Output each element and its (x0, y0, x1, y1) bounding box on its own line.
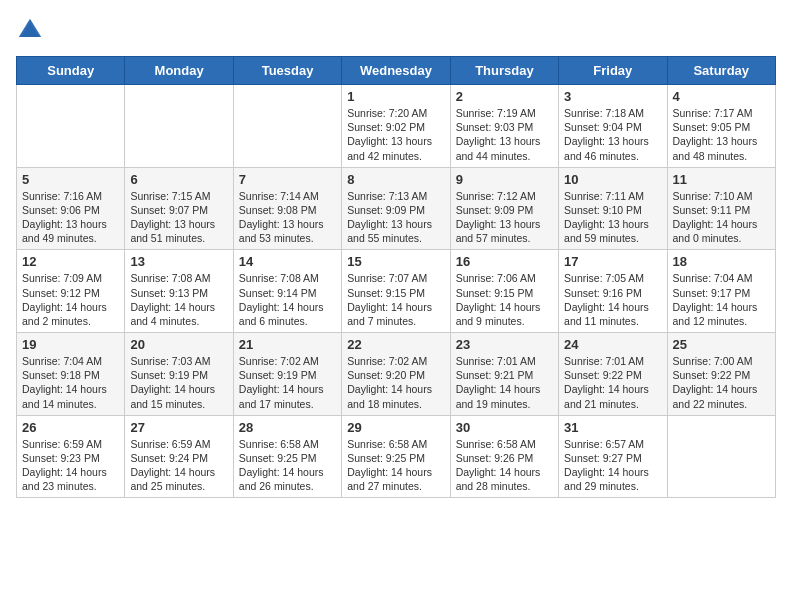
weekday-saturday: Saturday (667, 57, 775, 85)
calendar-cell: 7Sunrise: 7:14 AM Sunset: 9:08 PM Daylig… (233, 167, 341, 250)
day-info: Sunrise: 6:57 AM Sunset: 9:27 PM Dayligh… (564, 438, 649, 493)
calendar-cell: 6Sunrise: 7:15 AM Sunset: 9:07 PM Daylig… (125, 167, 233, 250)
day-number: 18 (673, 254, 770, 269)
day-number: 22 (347, 337, 444, 352)
day-info: Sunrise: 7:06 AM Sunset: 9:15 PM Dayligh… (456, 272, 541, 327)
day-info: Sunrise: 7:11 AM Sunset: 9:10 PM Dayligh… (564, 190, 649, 245)
day-number: 1 (347, 89, 444, 104)
day-number: 14 (239, 254, 336, 269)
calendar-week-3: 12Sunrise: 7:09 AM Sunset: 9:12 PM Dayli… (17, 250, 776, 333)
calendar-cell: 4Sunrise: 7:17 AM Sunset: 9:05 PM Daylig… (667, 85, 775, 168)
day-info: Sunrise: 7:17 AM Sunset: 9:05 PM Dayligh… (673, 107, 758, 162)
day-number: 23 (456, 337, 553, 352)
day-number: 3 (564, 89, 661, 104)
day-info: Sunrise: 7:04 AM Sunset: 9:18 PM Dayligh… (22, 355, 107, 410)
calendar-cell: 18Sunrise: 7:04 AM Sunset: 9:17 PM Dayli… (667, 250, 775, 333)
calendar-cell: 27Sunrise: 6:59 AM Sunset: 9:24 PM Dayli… (125, 415, 233, 498)
weekday-friday: Friday (559, 57, 667, 85)
day-info: Sunrise: 6:58 AM Sunset: 9:26 PM Dayligh… (456, 438, 541, 493)
day-info: Sunrise: 7:07 AM Sunset: 9:15 PM Dayligh… (347, 272, 432, 327)
day-info: Sunrise: 7:02 AM Sunset: 9:19 PM Dayligh… (239, 355, 324, 410)
day-info: Sunrise: 7:09 AM Sunset: 9:12 PM Dayligh… (22, 272, 107, 327)
weekday-monday: Monday (125, 57, 233, 85)
day-info: Sunrise: 7:00 AM Sunset: 9:22 PM Dayligh… (673, 355, 758, 410)
day-number: 21 (239, 337, 336, 352)
calendar-cell: 24Sunrise: 7:01 AM Sunset: 9:22 PM Dayli… (559, 333, 667, 416)
calendar-cell: 19Sunrise: 7:04 AM Sunset: 9:18 PM Dayli… (17, 333, 125, 416)
day-info: Sunrise: 7:02 AM Sunset: 9:20 PM Dayligh… (347, 355, 432, 410)
day-number: 8 (347, 172, 444, 187)
day-info: Sunrise: 7:16 AM Sunset: 9:06 PM Dayligh… (22, 190, 107, 245)
day-number: 29 (347, 420, 444, 435)
calendar-cell (233, 85, 341, 168)
calendar-cell: 20Sunrise: 7:03 AM Sunset: 9:19 PM Dayli… (125, 333, 233, 416)
day-number: 13 (130, 254, 227, 269)
day-number: 11 (673, 172, 770, 187)
calendar-cell: 15Sunrise: 7:07 AM Sunset: 9:15 PM Dayli… (342, 250, 450, 333)
day-number: 4 (673, 89, 770, 104)
day-number: 5 (22, 172, 119, 187)
calendar-cell: 16Sunrise: 7:06 AM Sunset: 9:15 PM Dayli… (450, 250, 558, 333)
day-info: Sunrise: 7:20 AM Sunset: 9:02 PM Dayligh… (347, 107, 432, 162)
day-info: Sunrise: 7:13 AM Sunset: 9:09 PM Dayligh… (347, 190, 432, 245)
day-number: 7 (239, 172, 336, 187)
day-info: Sunrise: 7:15 AM Sunset: 9:07 PM Dayligh… (130, 190, 215, 245)
weekday-sunday: Sunday (17, 57, 125, 85)
day-info: Sunrise: 7:14 AM Sunset: 9:08 PM Dayligh… (239, 190, 324, 245)
calendar-table: SundayMondayTuesdayWednesdayThursdayFrid… (16, 56, 776, 498)
day-info: Sunrise: 7:03 AM Sunset: 9:19 PM Dayligh… (130, 355, 215, 410)
day-number: 20 (130, 337, 227, 352)
day-number: 30 (456, 420, 553, 435)
day-info: Sunrise: 7:19 AM Sunset: 9:03 PM Dayligh… (456, 107, 541, 162)
calendar-cell: 8Sunrise: 7:13 AM Sunset: 9:09 PM Daylig… (342, 167, 450, 250)
day-number: 12 (22, 254, 119, 269)
day-info: Sunrise: 7:04 AM Sunset: 9:17 PM Dayligh… (673, 272, 758, 327)
day-number: 27 (130, 420, 227, 435)
calendar-cell: 23Sunrise: 7:01 AM Sunset: 9:21 PM Dayli… (450, 333, 558, 416)
day-info: Sunrise: 7:05 AM Sunset: 9:16 PM Dayligh… (564, 272, 649, 327)
calendar-cell (17, 85, 125, 168)
calendar-cell (667, 415, 775, 498)
weekday-header-row: SundayMondayTuesdayWednesdayThursdayFrid… (17, 57, 776, 85)
day-number: 25 (673, 337, 770, 352)
day-number: 15 (347, 254, 444, 269)
day-info: Sunrise: 6:58 AM Sunset: 9:25 PM Dayligh… (239, 438, 324, 493)
calendar-cell: 17Sunrise: 7:05 AM Sunset: 9:16 PM Dayli… (559, 250, 667, 333)
calendar-cell: 10Sunrise: 7:11 AM Sunset: 9:10 PM Dayli… (559, 167, 667, 250)
day-number: 31 (564, 420, 661, 435)
calendar-week-5: 26Sunrise: 6:59 AM Sunset: 9:23 PM Dayli… (17, 415, 776, 498)
calendar-cell: 22Sunrise: 7:02 AM Sunset: 9:20 PM Dayli… (342, 333, 450, 416)
calendar-cell: 28Sunrise: 6:58 AM Sunset: 9:25 PM Dayli… (233, 415, 341, 498)
day-info: Sunrise: 6:59 AM Sunset: 9:24 PM Dayligh… (130, 438, 215, 493)
calendar-cell: 3Sunrise: 7:18 AM Sunset: 9:04 PM Daylig… (559, 85, 667, 168)
day-info: Sunrise: 7:10 AM Sunset: 9:11 PM Dayligh… (673, 190, 758, 245)
logo (16, 16, 48, 44)
weekday-thursday: Thursday (450, 57, 558, 85)
calendar-cell: 21Sunrise: 7:02 AM Sunset: 9:19 PM Dayli… (233, 333, 341, 416)
calendar-week-1: 1Sunrise: 7:20 AM Sunset: 9:02 PM Daylig… (17, 85, 776, 168)
day-number: 6 (130, 172, 227, 187)
day-info: Sunrise: 7:08 AM Sunset: 9:13 PM Dayligh… (130, 272, 215, 327)
day-info: Sunrise: 6:58 AM Sunset: 9:25 PM Dayligh… (347, 438, 432, 493)
weekday-tuesday: Tuesday (233, 57, 341, 85)
calendar-week-4: 19Sunrise: 7:04 AM Sunset: 9:18 PM Dayli… (17, 333, 776, 416)
day-number: 16 (456, 254, 553, 269)
calendar-cell: 11Sunrise: 7:10 AM Sunset: 9:11 PM Dayli… (667, 167, 775, 250)
calendar-cell: 1Sunrise: 7:20 AM Sunset: 9:02 PM Daylig… (342, 85, 450, 168)
day-number: 26 (22, 420, 119, 435)
day-info: Sunrise: 7:18 AM Sunset: 9:04 PM Dayligh… (564, 107, 649, 162)
calendar-cell: 30Sunrise: 6:58 AM Sunset: 9:26 PM Dayli… (450, 415, 558, 498)
calendar-cell: 9Sunrise: 7:12 AM Sunset: 9:09 PM Daylig… (450, 167, 558, 250)
calendar-cell: 31Sunrise: 6:57 AM Sunset: 9:27 PM Dayli… (559, 415, 667, 498)
calendar-cell: 12Sunrise: 7:09 AM Sunset: 9:12 PM Dayli… (17, 250, 125, 333)
day-number: 19 (22, 337, 119, 352)
page-header (16, 16, 776, 44)
day-number: 9 (456, 172, 553, 187)
day-number: 2 (456, 89, 553, 104)
calendar-cell: 14Sunrise: 7:08 AM Sunset: 9:14 PM Dayli… (233, 250, 341, 333)
calendar-cell: 2Sunrise: 7:19 AM Sunset: 9:03 PM Daylig… (450, 85, 558, 168)
calendar-cell: 29Sunrise: 6:58 AM Sunset: 9:25 PM Dayli… (342, 415, 450, 498)
day-number: 28 (239, 420, 336, 435)
day-number: 17 (564, 254, 661, 269)
day-info: Sunrise: 7:12 AM Sunset: 9:09 PM Dayligh… (456, 190, 541, 245)
